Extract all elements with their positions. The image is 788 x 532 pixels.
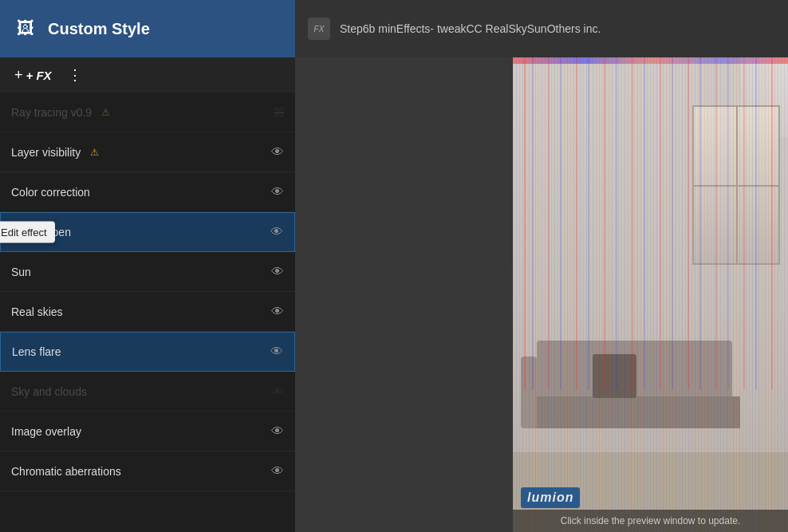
- sofa-seat: [529, 396, 740, 428]
- visibility-icon-ray-tracing[interactable]: 👁̸: [274, 105, 284, 120]
- visibility-icon-real-skies[interactable]: 👁: [271, 305, 284, 319]
- fx-label: + FX: [26, 69, 52, 82]
- tab-label: Step6b minEffects- tweakCC RealSkySunOth…: [340, 22, 601, 35]
- visibility-icon-image-overlay[interactable]: 👁: [271, 424, 284, 439]
- effect-name-ray-tracing: Ray tracing v0.9: [11, 106, 92, 119]
- effect-layer-visibility[interactable]: Layer visibility ⚠ 👁: [0, 132, 295, 172]
- visibility-icon-sun[interactable]: 👁: [271, 265, 284, 279]
- effect-name-lens-flare: Lens flare: [12, 345, 61, 358]
- lumion-logo-text: lumion: [521, 487, 580, 508]
- effect-image-overlay[interactable]: Image overlay 👁: [0, 412, 295, 451]
- effect-sharpen[interactable]: Edit effect ⠿ Sharpen 👁 🗑 2×: [0, 212, 295, 252]
- add-fx-button[interactable]: + + FX: [10, 64, 57, 87]
- lumion-watermark: lumion: [521, 487, 580, 508]
- header-right: FX Step6b minEffects- tweakCC RealSkySun…: [295, 0, 788, 57]
- window-area: [692, 105, 780, 265]
- status-text: Click inside the preview window to updat…: [561, 515, 740, 526]
- effect-name-layer-visibility: Layer visibility: [11, 146, 81, 159]
- warning-icon-layer-visibility: ⚠: [90, 147, 99, 158]
- effect-ray-tracing[interactable]: Ray tracing v0.9 ⚠ 👁̸: [0, 93, 295, 132]
- effect-chromatic-aberrations[interactable]: Chromatic aberrations 👁: [0, 451, 295, 491]
- right-panel[interactable]: lumion Click inside the preview window t…: [295, 57, 788, 532]
- header: 🖼 Custom Style FX Step6b minEffects- twe…: [0, 0, 788, 57]
- header-title: Custom Style: [48, 20, 150, 38]
- effect-color-correction[interactable]: Color correction 👁: [0, 172, 295, 212]
- window-pane-vertical: [736, 105, 738, 265]
- custom-style-icon: 🖼: [13, 16, 38, 41]
- visibility-icon-lens-flare[interactable]: 👁: [270, 345, 283, 359]
- sofa-area: [529, 325, 772, 452]
- effect-name-sun: Sun: [11, 266, 31, 278]
- effect-sky-and-clouds[interactable]: Sky and clouds 👁: [0, 372, 295, 412]
- window-light: [692, 105, 780, 265]
- visibility-icon-sharpen[interactable]: 👁: [270, 225, 283, 239]
- header-left: 🖼 Custom Style: [0, 0, 295, 57]
- edit-effect-tooltip: Edit effect: [0, 222, 55, 243]
- sofa-pillow: [593, 354, 636, 398]
- dots-icon: ⋮: [68, 66, 83, 84]
- effects-toolbar: + + FX ⋮: [0, 57, 295, 93]
- more-options-button[interactable]: ⋮: [63, 63, 88, 87]
- sofa-arm-left: [521, 357, 537, 428]
- visibility-icon-chromatic-aberrations[interactable]: 👁: [271, 464, 284, 479]
- effect-lens-flare[interactable]: Lens flare 👁: [0, 332, 295, 372]
- effect-sun[interactable]: Sun 👁: [0, 252, 295, 292]
- main-content: + + FX ⋮ Ray tracing v0.9 ⚠ 👁̸: [0, 57, 788, 532]
- visibility-icon-layer-visibility[interactable]: 👁: [271, 145, 284, 160]
- ca-fringe-top: [513, 57, 788, 64]
- room-scene: lumion: [513, 57, 788, 532]
- visibility-icon-sky-and-clouds[interactable]: 👁: [271, 384, 284, 399]
- effect-name-chromatic-aberrations: Chromatic aberrations: [11, 465, 121, 478]
- visibility-icon-color-correction[interactable]: 👁: [271, 185, 284, 199]
- preview-container: lumion Click inside the preview window t…: [295, 57, 788, 532]
- effect-real-skies[interactable]: Real skies 👁: [0, 292, 295, 332]
- effects-list: Ray tracing v0.9 ⚠ 👁̸ Layer visibility ⚠…: [0, 93, 295, 532]
- warning-icon-ray-tracing: ⚠: [101, 107, 110, 118]
- plus-icon: +: [14, 67, 23, 84]
- effect-name-color-correction: Color correction: [11, 186, 90, 199]
- status-bar: Click inside the preview window to updat…: [513, 510, 788, 532]
- effect-name-real-skies: Real skies: [11, 305, 63, 318]
- effect-name-image-overlay: Image overlay: [11, 425, 81, 438]
- effect-name-sky-and-clouds: Sky and clouds: [11, 385, 87, 398]
- preview-image[interactable]: lumion Click inside the preview window t…: [513, 57, 788, 532]
- left-panel: + + FX ⋮ Ray tracing v0.9 ⚠ 👁̸: [0, 57, 295, 532]
- tab-fx-icon: FX: [308, 18, 330, 40]
